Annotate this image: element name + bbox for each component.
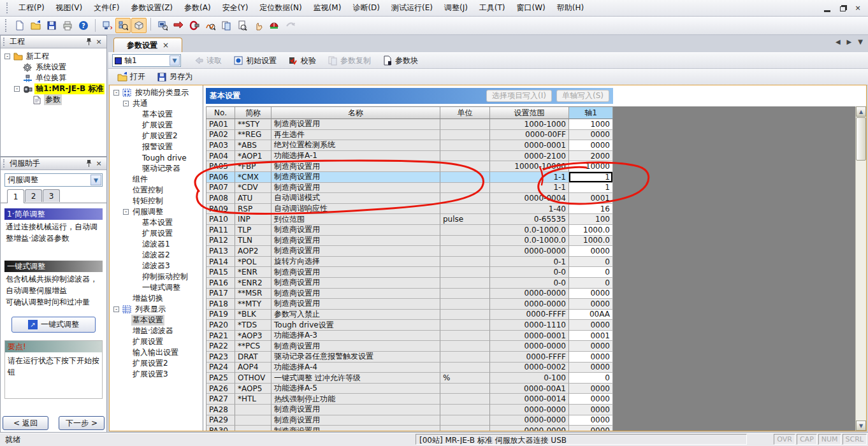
- table-row[interactable]: PA19*BLK参数写入禁止0000-FFFF00AA: [206, 310, 613, 320]
- table-row[interactable]: PA25OTHOV一键式调整 过冲允许等级%0-1000: [206, 373, 613, 384]
- menu-item-10[interactable]: 测试运行(E): [386, 1, 438, 15]
- axis-value-cell[interactable]: 0000: [569, 289, 613, 299]
- function-tree-item[interactable]: 输入输出设置: [110, 347, 203, 358]
- table-row[interactable]: PA09RSP自动调谐响应性1-4016: [206, 204, 613, 215]
- tree-expander-icon[interactable]: -: [123, 209, 129, 215]
- function-tree-item[interactable]: 扩展设置3: [110, 369, 203, 380]
- open-folder-button[interactable]: [28, 18, 43, 33]
- station-setting-button[interactable]: ✕: [99, 18, 115, 33]
- 参数块-button[interactable]: 参数块: [377, 54, 423, 68]
- function-tree-item[interactable]: -列表显示: [110, 304, 203, 315]
- function-tree-item[interactable]: 位置控制: [110, 185, 203, 196]
- menu-item-14[interactable]: 帮助(H): [551, 1, 590, 15]
- function-tree-item[interactable]: 扩展设置: [110, 120, 203, 131]
- tree-expander-icon[interactable]: -: [113, 306, 119, 312]
- table-row[interactable]: PA01**STY制造商设置用1000-10001000: [206, 119, 613, 130]
- scrollbar-thumb[interactable]: [856, 117, 866, 161]
- axis-value-cell[interactable]: 0001: [569, 331, 613, 342]
- axis-value-cell[interactable]: 1: [569, 183, 613, 194]
- function-tree-item[interactable]: 扩展设置: [110, 336, 203, 347]
- project-tree-item[interactable]: 参数: [1, 94, 106, 105]
- menu-item-5[interactable]: 参数(A): [178, 1, 217, 15]
- monitor-display-button[interactable]: [155, 18, 170, 33]
- axis-value-cell[interactable]: 0000: [569, 352, 613, 363]
- test-mode-button[interactable]: [266, 18, 282, 33]
- menu-item-6[interactable]: 安全(Y): [217, 1, 254, 15]
- batch-transfer-button[interactable]: [171, 18, 186, 33]
- table-row[interactable]: PA05*FBP制造商设置用10000-1000010000: [206, 161, 613, 172]
- docking-help-button[interactable]: [131, 18, 147, 33]
- assistant-panel-close-icon[interactable]: ×: [94, 159, 104, 168]
- axis-value-cell[interactable]: 1000.0: [569, 236, 613, 247]
- hand-operation-button[interactable]: [250, 18, 266, 33]
- table-row[interactable]: PA08ATU自动调谐模式0000-00040001: [206, 193, 613, 204]
- function-tree-item[interactable]: 基本设置: [110, 109, 203, 120]
- axis-value-cell[interactable]: 0001: [569, 193, 613, 204]
- 打开-button[interactable]: 打开: [112, 70, 150, 84]
- function-tree-item[interactable]: -按功能分类显示: [110, 87, 203, 98]
- save-floppy-button[interactable]: [44, 18, 59, 33]
- table-row[interactable]: PA10INP到位范围pulse0-65535100: [206, 214, 613, 225]
- axis-value-cell[interactable]: 0: [569, 267, 613, 278]
- table-row[interactable]: PA14*POL旋转方向选择0-10: [206, 257, 613, 268]
- table-row[interactable]: PA23DRAT驱动记录器任意报警触发设置0000-FFFF0000: [206, 352, 613, 363]
- menu-item-8[interactable]: 监视(M): [308, 1, 347, 15]
- function-tree-item[interactable]: 一键式调整: [110, 282, 203, 293]
- onekey-tuning-button[interactable]: ↗ 一键式调整: [11, 317, 96, 333]
- chevron-down-icon[interactable]: ▼: [90, 175, 101, 185]
- axis-value-cell[interactable]: 0: [569, 278, 613, 289]
- table-row[interactable]: PA18**MTY制造商设置用0000-00000000: [206, 299, 613, 310]
- axis-value-cell[interactable]: 0000: [569, 384, 613, 394]
- axis-value-cell[interactable]: 2000: [569, 151, 613, 162]
- menu-item-11[interactable]: 调整(J): [438, 1, 474, 15]
- table-row[interactable]: PA30制造商设置用0000-00000000: [206, 426, 613, 431]
- table-row[interactable]: PA04*AOP1功能选择A-10000-21002000: [206, 151, 613, 162]
- project-tree-item[interactable]: 单位换算: [1, 73, 106, 83]
- function-tree-item[interactable]: 滤波器1: [110, 239, 203, 250]
- tab-scroll-left-icon[interactable]: ◀: [835, 38, 841, 45]
- table-row[interactable]: PA21*AOP3功能选择A-30000-00010001: [206, 331, 613, 342]
- menu-item-9[interactable]: 诊断(D): [347, 1, 386, 15]
- table-row[interactable]: PA26*AOP5功能选择A-50000-00A10000: [206, 384, 613, 394]
- menu-item-7[interactable]: 定位数据(N): [254, 1, 307, 15]
- minimize-button[interactable]: [821, 3, 834, 13]
- tree-expander-icon[interactable]: -: [14, 86, 20, 92]
- tree-expander-icon[interactable]: -: [113, 90, 119, 96]
- pin-icon[interactable]: [83, 38, 94, 47]
- doc-verify-button[interactable]: [235, 18, 250, 33]
- function-tree-item[interactable]: 滤波器3: [110, 261, 203, 271]
- next-button[interactable]: 下一步 >: [59, 416, 105, 430]
- table-row[interactable]: PA29制造商设置用0000-00000000: [206, 415, 613, 426]
- axis-value-cell[interactable]: 1: [569, 172, 613, 183]
- graph-analyze-button[interactable]: [203, 18, 218, 33]
- tab-close-icon[interactable]: ×: [163, 41, 169, 50]
- assistant-mode-select[interactable]: 伺服调整 ▼: [4, 173, 103, 187]
- vertical-scrollbar[interactable]: ▲ ▼: [855, 106, 866, 431]
- axis-value-cell[interactable]: 00AA: [569, 310, 613, 320]
- back-button[interactable]: < 返回: [3, 416, 48, 430]
- table-row[interactable]: PA13AOP2制造商设置用0000-00000000: [206, 246, 613, 257]
- function-tree-item[interactable]: 基本设置: [110, 315, 203, 326]
- function-tree-item[interactable]: 组件: [110, 174, 203, 185]
- print-button[interactable]: [60, 18, 75, 33]
- axis-value-cell[interactable]: 0000: [569, 299, 613, 310]
- function-tree-item[interactable]: 驱动记录器: [110, 163, 203, 174]
- menu-item-2[interactable]: 视图(V): [50, 1, 89, 15]
- assistant-tab-2[interactable]: 2: [25, 189, 42, 202]
- project-tree-item[interactable]: -新工程: [1, 51, 106, 62]
- 初始设置-button[interactable]: 初始设置: [228, 54, 282, 68]
- menu-item-13[interactable]: 窗口(W): [511, 1, 551, 15]
- axis-value-cell[interactable]: 16: [569, 204, 613, 215]
- close-button[interactable]: ×: [851, 3, 864, 13]
- function-tree-item[interactable]: 增益切换: [110, 293, 203, 304]
- table-row[interactable]: PA07*CDV制造商设置用1-11: [206, 183, 613, 194]
- chevron-down-icon[interactable]: ▼: [170, 55, 180, 66]
- function-tree-item[interactable]: 转矩控制: [110, 196, 203, 206]
- system-tree-button[interactable]: [115, 18, 131, 33]
- function-tree-item[interactable]: Tough drive: [110, 152, 203, 163]
- function-tree-item[interactable]: 滤波器2: [110, 250, 203, 261]
- table-row[interactable]: PA16*ENR2制造商设置用0-00: [206, 278, 613, 289]
- menu-item-1[interactable]: 工程(P): [13, 1, 50, 15]
- function-tree-item[interactable]: -伺服调整: [110, 206, 203, 217]
- table-row[interactable]: PA06*CMX制造商设置用1-11: [206, 172, 613, 183]
